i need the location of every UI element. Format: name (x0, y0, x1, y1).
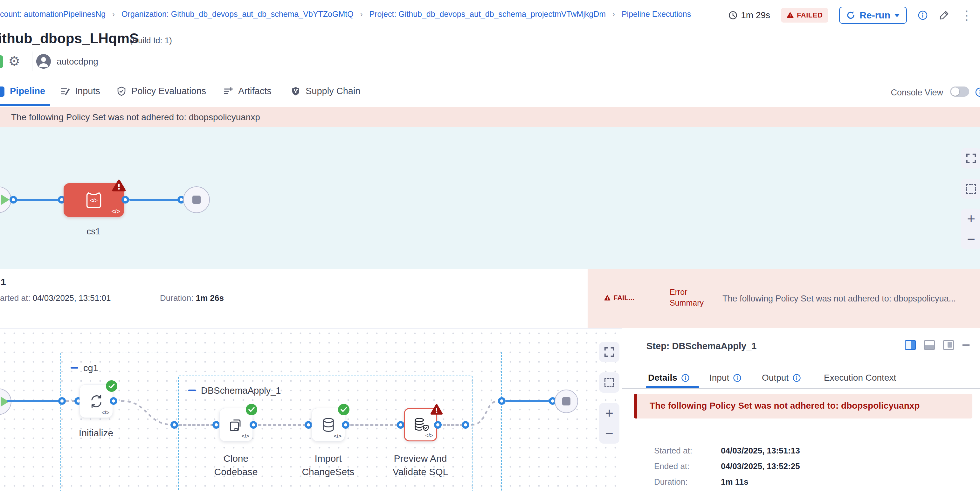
panel-tabs-border (622, 388, 980, 389)
panel-tab-input[interactable]: Input (710, 373, 741, 383)
gear-icon[interactable]: ⚙ (8, 53, 20, 69)
trigger-user: autocdpng (57, 57, 98, 67)
panel-view-switcher (905, 340, 970, 350)
more-options-icon[interactable]: ⋮ (960, 11, 973, 20)
stage-node-cs1[interactable]: </> </> (64, 183, 124, 217)
panel-tab-execution-context[interactable]: Execution Context (824, 373, 896, 383)
fail-chip: FAIL... (604, 294, 634, 302)
tab-policy-evaluations[interactable]: Policy Evaluations (116, 86, 206, 96)
supply-chain-shield-icon (291, 86, 301, 96)
clock-icon (728, 11, 738, 20)
step-label-clone-codebase: Clone Codebase (201, 452, 271, 478)
breadcrumb-project[interactable]: Project: Github_db_devops_aut_db_schema_… (369, 10, 606, 18)
port (170, 421, 178, 429)
console-view-toggle[interactable] (950, 86, 969, 97)
zoom-in-button[interactable]: + (967, 213, 975, 225)
success-check-icon (106, 380, 117, 392)
success-check-icon (338, 404, 350, 415)
step-node-clone-codebase[interactable]: </> (220, 408, 253, 442)
inputs-icon (60, 86, 70, 96)
port (212, 421, 220, 429)
step-node-initialize[interactable]: </> (80, 385, 113, 418)
panel-tab-output[interactable]: Output (762, 373, 801, 383)
edit-pencil-icon[interactable] (939, 10, 950, 21)
field-ended-at: Ended at: 04/03/2025, 13:52:25 (654, 461, 721, 471)
breadcrumb-organization[interactable]: Organization: Github_db_devops_aut_db_sc… (121, 10, 353, 18)
field-duration: Duration: 1m 11s (654, 477, 721, 487)
breadcrumb-pipeline-executions[interactable]: Pipeline Executions (622, 10, 691, 18)
rerun-caret-icon (894, 14, 900, 17)
failed-warning-icon (112, 180, 126, 192)
status-sliver-icon (0, 55, 3, 68)
code-glyph-icon: </> (111, 208, 120, 215)
breadcrumb-account[interactable]: count: automationPipelinesNg (0, 10, 105, 18)
error-summary-label: Error Summary (670, 286, 708, 308)
code-glyph-icon: </> (334, 433, 342, 440)
port (434, 421, 442, 429)
stage-duration: Duration: 1m 26s (160, 293, 224, 303)
minimize-panel-icon[interactable] (962, 345, 970, 346)
fullscreen-button[interactable] (599, 342, 619, 362)
zoom-out-button[interactable]: − (605, 427, 613, 440)
rerun-button[interactable]: Re-run (839, 7, 907, 24)
tab-inputs[interactable]: Inputs (60, 86, 100, 96)
info-icon[interactable] (918, 10, 928, 21)
edge (129, 199, 179, 201)
bottom-panel-view-icon[interactable] (924, 340, 935, 350)
port (110, 397, 117, 405)
step-node-preview-validate-sql[interactable]: </> (404, 408, 437, 442)
elapsed-time: 1m 29s (728, 10, 770, 21)
step-node-import-changesets[interactable]: </> (312, 408, 345, 442)
title-bar: ithub_dbops_LHqmS (Build Id: 1) (0, 29, 980, 51)
selection-mode-button[interactable] (599, 372, 619, 393)
port (121, 196, 129, 203)
avatar (36, 54, 51, 69)
code-glyph-icon: </> (425, 432, 433, 439)
selection-mode-button[interactable] (961, 179, 980, 199)
breadcrumb-separator: › (112, 10, 115, 18)
panel-tab-details[interactable]: Details (648, 373, 690, 383)
success-check-icon (246, 404, 257, 415)
edge (442, 424, 463, 426)
status-badge: FAILED (781, 8, 828, 22)
execution-graph-canvas: cg1 DBSchemaApply_1 </> Initialize (0, 328, 622, 491)
edge (258, 424, 306, 426)
tab-artifacts[interactable]: Artifacts (223, 86, 272, 96)
right-panel-view-icon[interactable] (905, 340, 916, 350)
stage-graph-canvas: </> </> cs1 + − (0, 127, 980, 269)
port (498, 397, 506, 405)
zoom-in-button[interactable]: + (605, 407, 613, 419)
info-icon (681, 373, 690, 382)
svg-text:</>: </> (90, 197, 98, 203)
info-icon (792, 373, 801, 382)
refresh-icon (846, 11, 856, 20)
stop-icon (562, 397, 570, 405)
breadcrumb: count: automationPipelinesNg › Organizat… (0, 10, 691, 19)
edge (350, 424, 398, 426)
stage-name-label: cs1 (62, 226, 125, 237)
zoom-controls: + − (961, 209, 980, 249)
tab-supply-chain[interactable]: Supply Chain (291, 86, 361, 96)
field-started-at: Started at: 04/03/2025, 13:51:13 (654, 446, 721, 456)
policy-shield-icon (116, 86, 127, 96)
step-label-preview-validate-sql: Preview And Validate SQL (385, 452, 455, 478)
console-view-label: Console View (891, 88, 943, 98)
zoom-out-button[interactable]: − (967, 233, 975, 246)
policy-banner: The following Policy Set was not adhered… (0, 107, 980, 127)
code-glyph-icon: </> (241, 433, 249, 440)
fullscreen-button[interactable] (961, 148, 980, 168)
console-info-icon[interactable] (975, 87, 980, 97)
started-at: arted at: 04/03/2025, 13:51:01 (0, 293, 111, 303)
play-icon (1, 195, 10, 205)
cg1-collapse-button[interactable] (71, 367, 78, 369)
divider (32, 51, 32, 71)
meta-bar: ⚙ autocdpng (0, 51, 980, 78)
error-summary-text: The following Policy Set was not adhered… (722, 294, 980, 304)
tab-pipeline[interactable]: Pipeline (10, 86, 45, 96)
breadcrumb-separator: › (360, 10, 363, 18)
edge (16, 199, 59, 201)
floating-panel-view-icon[interactable] (943, 340, 954, 350)
port (10, 196, 17, 203)
build-id: (Build Id: 1) (130, 36, 172, 46)
dbschemaapply-collapse-button[interactable] (188, 389, 196, 391)
